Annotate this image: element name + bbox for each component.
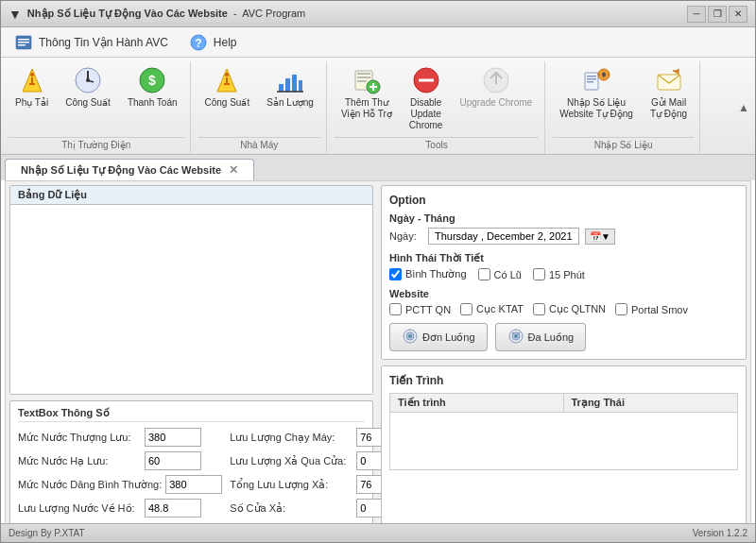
phu-tai-icon <box>17 65 47 95</box>
website-cuc-ktat[interactable]: Cục KTAT <box>460 303 524 315</box>
so-cua-xa-label: Số Cửa Xả: <box>230 502 352 515</box>
website-portal-smov-label: Portal Smov <box>631 304 688 315</box>
phu-tai-label: Phụ Tải <box>15 97 48 109</box>
title-center: Nhập Số Liệu Tự Động Vào Các Website - A… <box>27 8 305 20</box>
tab-main[interactable]: Nhập Số Liệu Tự Động Vào Các Website ✕ <box>5 159 254 180</box>
them-thu-vien-label: Thêm ThưViện Hỗ Trợ <box>341 97 392 120</box>
weather-binh-thuong-checkbox[interactable] <box>389 268 402 280</box>
minimize-button[interactable]: ─ <box>687 6 706 23</box>
ribbon-btn-upgrade-chrome[interactable]: Upgrade Chrome <box>453 61 539 112</box>
website-cuc-ktat-label: Cục KTAT <box>476 303 524 315</box>
website-portal-smov[interactable]: Portal Smov <box>615 303 688 315</box>
svg-rect-26 <box>357 73 370 75</box>
luu-luong-xa-qua-cua-label: Lưu Lượng Xả Qua Cửa: <box>230 455 352 467</box>
close-button[interactable]: ✕ <box>729 6 747 23</box>
option-title: Option <box>389 194 738 207</box>
app-window: ▼ Nhập Số Liệu Tự Động Vào Các Website -… <box>0 0 756 543</box>
ribbon-btn-cong-suat[interactable]: Công Suất <box>59 61 117 112</box>
info-icon <box>14 33 33 52</box>
website-section: Website PCTT QN Cục KTAT <box>389 288 738 315</box>
date-picker-button[interactable]: 📅▼ <box>585 229 615 245</box>
menu-item-info[interactable]: Thông Tin Vận Hành AVC <box>5 29 178 56</box>
da-luong-label: Đa Luồng <box>528 331 575 344</box>
weather-checkbox-row: Bình Thường Có Lũ 15 Phút <box>389 268 738 280</box>
weather-15-phut-checkbox[interactable] <box>533 268 545 280</box>
svg-rect-36 <box>587 76 596 77</box>
website-cuc-qltnn[interactable]: Cục QLTNN <box>533 303 606 315</box>
ribbon-btn-gui-mail[interactable]: Gửi MailTự Động <box>644 61 694 124</box>
nhap-so-lieu-icon <box>581 65 611 95</box>
ribbon-btn-thanh-toan[interactable]: $ Thanh Toán <box>121 61 184 112</box>
ribbon-btn-cong-suat-nha-may[interactable]: Công Suất <box>198 61 257 112</box>
ribbon-group-nha-may: Công Suất Sản Lượng Nhà Máy <box>193 61 327 154</box>
title-bar-controls: ─ ❐ ✕ <box>687 6 747 23</box>
svg-rect-38 <box>587 81 593 83</box>
tab-main-label: Nhập Số Liệu Tự Động Vào Các Website <box>21 164 221 177</box>
luu-luong-nuoc-ve-ho-input[interactable] <box>145 499 201 518</box>
website-cuc-qltnn-checkbox[interactable] <box>533 303 545 315</box>
ribbon-btn-them-thu-vien[interactable]: Thêm ThưViện Hỗ Trợ <box>335 61 399 124</box>
ribbon-btn-san-luong[interactable]: Sản Lượng <box>260 61 320 112</box>
field-row-muc-nuoc-dang-binh-thuong: Mức Nước Dâng Bình Thường: <box>18 475 222 494</box>
ribbon-group-items-3: Nhập Số LiệuWebsite Tự Động Gửi MailTự Đ… <box>553 61 694 135</box>
weather-co-lu-label: Có Lũ <box>494 269 522 280</box>
ribbon-group-label-2: Tools <box>335 137 539 150</box>
restore-button[interactable]: ❐ <box>708 6 727 23</box>
ribbon-group-label-0: Thị Trường Điện <box>9 137 184 150</box>
svg-rect-20 <box>279 84 284 92</box>
trang-thai-col-header: Trạng Thái <box>564 394 738 413</box>
cong-suat-label: Công Suất <box>65 97 111 109</box>
menu-item-help[interactable]: ? Help <box>180 29 247 56</box>
panel-area: Bảng Dữ Liệu TextBox Thông Số Mức Nước T… <box>5 180 751 523</box>
ribbon-btn-phu-tai[interactable]: Phụ Tải <box>9 61 55 112</box>
svg-rect-1 <box>18 39 29 41</box>
website-pctt-qn-checkbox[interactable] <box>389 303 402 315</box>
weather-co-lu-checkbox[interactable] <box>478 268 490 280</box>
ribbon-collapse-btn[interactable]: ▲ <box>734 61 753 154</box>
ribbon-btn-nhap-so-lieu[interactable]: Nhập Số LiệuWebsite Tự Động <box>553 61 640 124</box>
svg-text:?: ? <box>195 37 201 50</box>
cong-suat-nha-may-label: Công Suất <box>205 97 250 109</box>
weather-binh-thuong[interactable]: Bình Thường <box>389 268 467 280</box>
textbox-grid: Mức Nước Thượng Lưu: Lưu Lượng Chạy Máy:… <box>18 428 365 518</box>
luu-luong-nuoc-ve-ho-label: Lưu Lượng Nước Về Hồ: <box>18 502 141 515</box>
weather-15-phut[interactable]: 15 Phút <box>533 268 585 280</box>
tab-close-btn[interactable]: ✕ <box>229 163 238 177</box>
content-wrapper: Nhập Số Liệu Tự Động Vào Các Website ✕ B… <box>1 155 755 523</box>
nhap-so-lieu-btn-label: Nhập Số LiệuWebsite Tự Động <box>559 97 633 120</box>
cong-suat-icon <box>73 65 103 95</box>
website-pctt-qn[interactable]: PCTT QN <box>389 303 451 315</box>
menu-item-help-label: Help <box>214 36 237 49</box>
ribbon-group-label-1: Nhà Máy <box>198 137 320 150</box>
ribbon-group-items-2: Thêm ThưViện Hỗ Trợ DisableUpdateChrome <box>335 61 539 135</box>
status-right: Version 1.2.2 <box>693 528 747 538</box>
ribbon-btn-disable-update[interactable]: DisableUpdateChrome <box>403 61 450 135</box>
thanh-toan-label: Thanh Toán <box>128 97 178 109</box>
weather-15-phut-label: 15 Phút <box>549 269 585 280</box>
gui-mail-label: Gửi MailTự Động <box>650 97 687 120</box>
date-display: Thursday , December 2, 2021 <box>428 228 579 245</box>
ribbon-group-items: Phụ Tải Công Suất <box>9 61 184 135</box>
tien-trinh-grid: Tiến trình Trạng Thái <box>389 393 738 470</box>
textbox-section: TextBox Thông Số Mức Nước Thượng Lưu: Lư… <box>9 400 373 523</box>
don-luong-label: Đơn Luồng <box>422 331 475 344</box>
gui-mail-icon <box>654 65 684 95</box>
website-cuc-ktat-checkbox[interactable] <box>460 303 472 315</box>
da-luong-button[interactable]: Đa Luồng <box>495 323 587 351</box>
website-cuc-qltnn-label: Cục QLTNN <box>549 303 606 315</box>
app-icon: ▼ <box>9 7 22 22</box>
ribbon-group-items-1: Công Suất Sản Lượng <box>198 61 320 135</box>
svg-rect-27 <box>357 76 370 78</box>
website-portal-smov-checkbox[interactable] <box>615 303 627 315</box>
bang-du-lieu-box: Bảng Dữ Liệu <box>9 185 373 395</box>
don-luong-button[interactable]: Đơn Luồng <box>389 323 488 351</box>
svg-point-51 <box>514 334 518 338</box>
san-luong-icon <box>275 65 305 95</box>
left-panel: Bảng Dữ Liệu TextBox Thông Số Mức Nước T… <box>9 185 373 523</box>
muc-nuoc-ha-luu-input[interactable] <box>145 451 201 470</box>
weather-co-lu[interactable]: Có Lũ <box>478 268 522 280</box>
muc-nuoc-dang-binh-thuong-input[interactable] <box>165 475 222 494</box>
help-icon: ? <box>189 33 208 52</box>
muc-nuoc-thuong-luu-input[interactable] <box>145 428 201 447</box>
disable-update-label: DisableUpdateChrome <box>409 97 443 131</box>
